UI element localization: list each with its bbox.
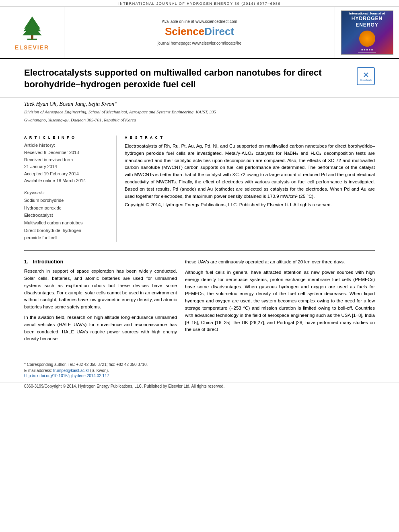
direct-text: Direct	[204, 25, 234, 37]
email-link[interactable]: trumpet@kaist.ac.kr	[53, 368, 89, 373]
keyword-3: Electrocatalyst	[24, 212, 108, 219]
journal-cover: International Journal of HYDROGENENERGY …	[341, 10, 393, 55]
affiliation-line2: Gwahangno, Yuseong-gu, Daejeon 305-701, …	[24, 117, 375, 123]
article-title-text: Electrocatalysts supported on multiwalle…	[24, 67, 351, 93]
intro-para1: Research in support of space exploration…	[24, 268, 177, 343]
elsevier-logo-area: ELSEVIER	[0, 7, 64, 58]
journal-cover-text: International Journal of HYDROGENENERGY	[348, 11, 386, 29]
keyword-5: Direct borohydride–hydrogen	[24, 227, 108, 234]
footnote-corresponding: * Corresponding author. Tel.: +82 42 350…	[24, 362, 375, 368]
keyword-4: Multiwalled carbon nanotubes	[24, 219, 108, 227]
sciencedirect-logo: ScienceDirect	[165, 25, 234, 38]
authors-line: Taek Hyun Oh, Bosun Jang, Sejin Kwon*	[24, 101, 375, 107]
keywords-label: Keywords:	[24, 190, 108, 195]
body-section: 1. Introduction Research in support of s…	[0, 251, 399, 354]
abstract-header: A B S T R A C T	[125, 136, 375, 140]
journal-bar: International Journal of Hydrogen Energy…	[0, 0, 399, 7]
two-column-section: A R T I C L E I N F O Article history: R…	[0, 131, 399, 250]
footnote-email-line: E-mail address: trumpet@kaist.ac.kr (S. …	[24, 368, 375, 374]
keyword-6: peroxide fuel cell	[24, 234, 108, 242]
left-column: A R T I C L E I N F O Article history: R…	[24, 136, 117, 242]
journal-cover-circle	[359, 31, 375, 47]
keywords-section: Keywords: Sodium borohydride Hydrogen pe…	[24, 190, 108, 242]
accepted-date: Accepted 19 February 2014	[24, 170, 108, 178]
abstract-text: Electrocatalysts of Rh, Ru, Pt, Au, Ag, …	[125, 143, 375, 209]
crossmark-x-icon: ✕	[363, 72, 369, 79]
available-online-text: Available online at www.sciencedirect.co…	[162, 19, 237, 24]
header-center: Available online at www.sciencedirect.co…	[64, 7, 335, 58]
abstract-body: Electrocatalysts of Rh, Ru, Pt, Au, Ag, …	[125, 143, 375, 200]
section-number: 1.	[24, 259, 29, 265]
keyword-2: Hydrogen peroxide	[24, 204, 108, 212]
crossmark-badge[interactable]: ✕ CrossMark	[357, 67, 375, 85]
article-main-title: Electrocatalysts supported on multiwalle…	[24, 67, 351, 90]
bottom-bar: 0360-3199/Copyright © 2014, Hydrogen Ene…	[0, 382, 399, 390]
available-online-date: Available online 18 March 2014	[24, 177, 108, 185]
journal-cover-area: International Journal of HYDROGENENERGY …	[335, 7, 399, 58]
affiliation-line1: Division of Aerospace Engineering, Schoo…	[24, 109, 375, 115]
email-prefix: E-mail address:	[24, 368, 53, 373]
journal-homepage: journal homepage: www.elsevier.com/locat…	[158, 41, 241, 45]
revised-date: 21 January 2014	[24, 163, 108, 170]
article-info-header: A R T I C L E I N F O	[24, 136, 108, 140]
doi-link[interactable]: http://dx.doi.org/10.1016/j.ijhydene.201…	[24, 374, 375, 378]
right-para2: Although fuel cells in general have attr…	[185, 269, 375, 333]
body-left: 1. Introduction Research in support of s…	[24, 259, 177, 346]
intro-section-title: Introduction	[33, 259, 64, 265]
science-text: Science	[165, 25, 204, 37]
article-title-section: Electrocatalysts supported on multiwalle…	[0, 59, 399, 98]
header: ELSEVIER Available online at www.science…	[0, 7, 399, 59]
elsevier-tree-icon	[16, 14, 48, 43]
crossmark-label: CrossMark	[360, 79, 372, 81]
received-revised-label: Received in revised form	[24, 156, 108, 164]
body-right: these UAVs are continuously operated at …	[185, 259, 375, 346]
right-column: A B S T R A C T Electrocatalysts of Rh, …	[117, 136, 375, 242]
keyword-1: Sodium borohydride	[24, 197, 108, 204]
elsevier-text: ELSEVIER	[15, 44, 49, 51]
received-date: Received 6 December 2013	[24, 149, 108, 156]
right-para1: these UAVs are continuously operated at …	[185, 259, 375, 266]
journal-cover-detail: ■ ■ ■ ■ ■─────────	[356, 48, 378, 54]
intro-title: 1. Introduction	[24, 259, 177, 265]
history-label: Article history:	[24, 143, 108, 148]
intro-right-text: these UAVs are continuously operated at …	[185, 259, 375, 333]
abstract-copyright: Copyright © 2014, Hydrogen Energy Public…	[125, 201, 375, 209]
footnote-section: * Corresponding author. Tel.: +82 42 350…	[0, 358, 399, 380]
authors-section: Taek Hyun Oh, Bosun Jang, Sejin Kwon* Di…	[0, 98, 399, 125]
thin-divider	[24, 128, 375, 128]
email-suffix: (S. Kwon).	[89, 368, 109, 373]
crossmark-inner: ✕ CrossMark	[357, 67, 375, 85]
